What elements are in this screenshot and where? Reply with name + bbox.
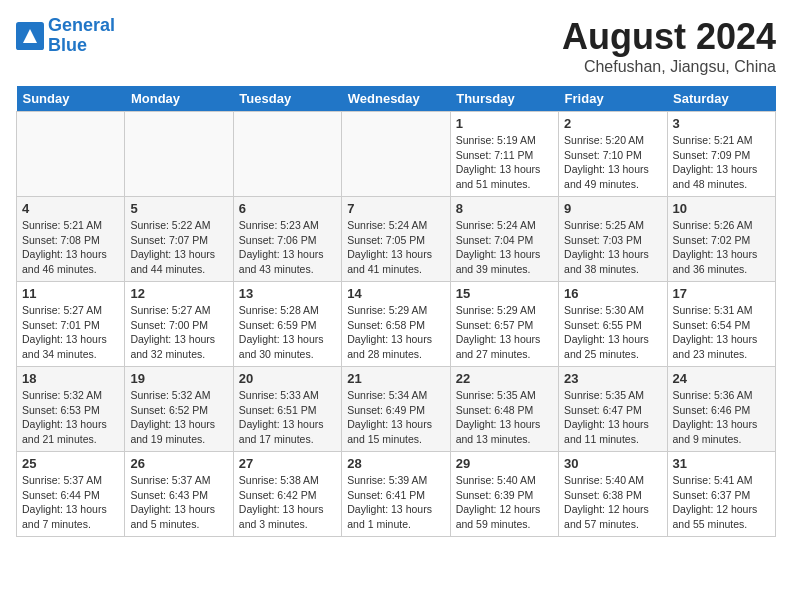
day-info: Sunrise: 5:21 AM Sunset: 7:08 PM Dayligh…: [22, 218, 119, 277]
day-number: 12: [130, 286, 227, 301]
day-number: 27: [239, 456, 336, 471]
day-cell: 16Sunrise: 5:30 AM Sunset: 6:55 PM Dayli…: [559, 282, 667, 367]
day-number: 13: [239, 286, 336, 301]
week-row-3: 11Sunrise: 5:27 AM Sunset: 7:01 PM Dayli…: [17, 282, 776, 367]
day-cell: 11Sunrise: 5:27 AM Sunset: 7:01 PM Dayli…: [17, 282, 125, 367]
logo-icon: [16, 22, 44, 50]
day-number: 29: [456, 456, 553, 471]
day-info: Sunrise: 5:24 AM Sunset: 7:05 PM Dayligh…: [347, 218, 444, 277]
day-number: 26: [130, 456, 227, 471]
page-header: General Blue August 2024 Chefushan, Jian…: [16, 16, 776, 76]
week-row-4: 18Sunrise: 5:32 AM Sunset: 6:53 PM Dayli…: [17, 367, 776, 452]
day-info: Sunrise: 5:36 AM Sunset: 6:46 PM Dayligh…: [673, 388, 770, 447]
day-number: 22: [456, 371, 553, 386]
day-cell: 24Sunrise: 5:36 AM Sunset: 6:46 PM Dayli…: [667, 367, 775, 452]
day-number: 1: [456, 116, 553, 131]
day-header-tuesday: Tuesday: [233, 86, 341, 112]
day-info: Sunrise: 5:31 AM Sunset: 6:54 PM Dayligh…: [673, 303, 770, 362]
day-info: Sunrise: 5:37 AM Sunset: 6:44 PM Dayligh…: [22, 473, 119, 532]
day-info: Sunrise: 5:21 AM Sunset: 7:09 PM Dayligh…: [673, 133, 770, 192]
day-info: Sunrise: 5:39 AM Sunset: 6:41 PM Dayligh…: [347, 473, 444, 532]
day-number: 10: [673, 201, 770, 216]
day-cell: 15Sunrise: 5:29 AM Sunset: 6:57 PM Dayli…: [450, 282, 558, 367]
day-header-saturday: Saturday: [667, 86, 775, 112]
day-number: 24: [673, 371, 770, 386]
day-number: 17: [673, 286, 770, 301]
calendar-subtitle: Chefushan, Jiangsu, China: [562, 58, 776, 76]
day-cell: 25Sunrise: 5:37 AM Sunset: 6:44 PM Dayli…: [17, 452, 125, 537]
logo-text: General Blue: [48, 16, 115, 56]
day-header-monday: Monday: [125, 86, 233, 112]
day-info: Sunrise: 5:38 AM Sunset: 6:42 PM Dayligh…: [239, 473, 336, 532]
day-cell: 27Sunrise: 5:38 AM Sunset: 6:42 PM Dayli…: [233, 452, 341, 537]
day-cell: 6Sunrise: 5:23 AM Sunset: 7:06 PM Daylig…: [233, 197, 341, 282]
day-cell: 22Sunrise: 5:35 AM Sunset: 6:48 PM Dayli…: [450, 367, 558, 452]
day-number: 30: [564, 456, 661, 471]
day-number: 15: [456, 286, 553, 301]
logo-line1: General: [48, 15, 115, 35]
day-cell: 1Sunrise: 5:19 AM Sunset: 7:11 PM Daylig…: [450, 112, 558, 197]
day-cell: 2Sunrise: 5:20 AM Sunset: 7:10 PM Daylig…: [559, 112, 667, 197]
day-cell: 12Sunrise: 5:27 AM Sunset: 7:00 PM Dayli…: [125, 282, 233, 367]
day-cell: 10Sunrise: 5:26 AM Sunset: 7:02 PM Dayli…: [667, 197, 775, 282]
day-cell: 23Sunrise: 5:35 AM Sunset: 6:47 PM Dayli…: [559, 367, 667, 452]
day-info: Sunrise: 5:40 AM Sunset: 6:38 PM Dayligh…: [564, 473, 661, 532]
day-info: Sunrise: 5:28 AM Sunset: 6:59 PM Dayligh…: [239, 303, 336, 362]
day-number: 11: [22, 286, 119, 301]
day-number: 14: [347, 286, 444, 301]
day-cell: 29Sunrise: 5:40 AM Sunset: 6:39 PM Dayli…: [450, 452, 558, 537]
logo: General Blue: [16, 16, 115, 56]
day-info: Sunrise: 5:35 AM Sunset: 6:47 PM Dayligh…: [564, 388, 661, 447]
week-row-2: 4Sunrise: 5:21 AM Sunset: 7:08 PM Daylig…: [17, 197, 776, 282]
day-number: 18: [22, 371, 119, 386]
day-info: Sunrise: 5:41 AM Sunset: 6:37 PM Dayligh…: [673, 473, 770, 532]
day-header-friday: Friday: [559, 86, 667, 112]
day-cell: [342, 112, 450, 197]
day-number: 21: [347, 371, 444, 386]
day-info: Sunrise: 5:20 AM Sunset: 7:10 PM Dayligh…: [564, 133, 661, 192]
day-info: Sunrise: 5:27 AM Sunset: 7:01 PM Dayligh…: [22, 303, 119, 362]
day-number: 8: [456, 201, 553, 216]
day-number: 28: [347, 456, 444, 471]
day-cell: 8Sunrise: 5:24 AM Sunset: 7:04 PM Daylig…: [450, 197, 558, 282]
day-info: Sunrise: 5:32 AM Sunset: 6:53 PM Dayligh…: [22, 388, 119, 447]
day-cell: [17, 112, 125, 197]
days-header-row: SundayMondayTuesdayWednesdayThursdayFrid…: [17, 86, 776, 112]
day-cell: 3Sunrise: 5:21 AM Sunset: 7:09 PM Daylig…: [667, 112, 775, 197]
day-cell: 30Sunrise: 5:40 AM Sunset: 6:38 PM Dayli…: [559, 452, 667, 537]
day-cell: 28Sunrise: 5:39 AM Sunset: 6:41 PM Dayli…: [342, 452, 450, 537]
day-number: 23: [564, 371, 661, 386]
day-info: Sunrise: 5:26 AM Sunset: 7:02 PM Dayligh…: [673, 218, 770, 277]
day-header-wednesday: Wednesday: [342, 86, 450, 112]
day-info: Sunrise: 5:40 AM Sunset: 6:39 PM Dayligh…: [456, 473, 553, 532]
day-header-thursday: Thursday: [450, 86, 558, 112]
day-cell: 14Sunrise: 5:29 AM Sunset: 6:58 PM Dayli…: [342, 282, 450, 367]
title-block: August 2024 Chefushan, Jiangsu, China: [562, 16, 776, 76]
day-info: Sunrise: 5:29 AM Sunset: 6:57 PM Dayligh…: [456, 303, 553, 362]
day-number: 6: [239, 201, 336, 216]
day-info: Sunrise: 5:29 AM Sunset: 6:58 PM Dayligh…: [347, 303, 444, 362]
day-number: 9: [564, 201, 661, 216]
day-info: Sunrise: 5:32 AM Sunset: 6:52 PM Dayligh…: [130, 388, 227, 447]
day-cell: 9Sunrise: 5:25 AM Sunset: 7:03 PM Daylig…: [559, 197, 667, 282]
day-cell: 13Sunrise: 5:28 AM Sunset: 6:59 PM Dayli…: [233, 282, 341, 367]
day-info: Sunrise: 5:24 AM Sunset: 7:04 PM Dayligh…: [456, 218, 553, 277]
day-info: Sunrise: 5:35 AM Sunset: 6:48 PM Dayligh…: [456, 388, 553, 447]
day-number: 5: [130, 201, 227, 216]
day-info: Sunrise: 5:23 AM Sunset: 7:06 PM Dayligh…: [239, 218, 336, 277]
day-number: 2: [564, 116, 661, 131]
day-info: Sunrise: 5:19 AM Sunset: 7:11 PM Dayligh…: [456, 133, 553, 192]
day-info: Sunrise: 5:37 AM Sunset: 6:43 PM Dayligh…: [130, 473, 227, 532]
day-cell: 4Sunrise: 5:21 AM Sunset: 7:08 PM Daylig…: [17, 197, 125, 282]
day-cell: [233, 112, 341, 197]
logo-line2: Blue: [48, 35, 87, 55]
day-info: Sunrise: 5:22 AM Sunset: 7:07 PM Dayligh…: [130, 218, 227, 277]
day-cell: 20Sunrise: 5:33 AM Sunset: 6:51 PM Dayli…: [233, 367, 341, 452]
week-row-1: 1Sunrise: 5:19 AM Sunset: 7:11 PM Daylig…: [17, 112, 776, 197]
day-cell: 5Sunrise: 5:22 AM Sunset: 7:07 PM Daylig…: [125, 197, 233, 282]
day-number: 25: [22, 456, 119, 471]
day-cell: 18Sunrise: 5:32 AM Sunset: 6:53 PM Dayli…: [17, 367, 125, 452]
day-info: Sunrise: 5:25 AM Sunset: 7:03 PM Dayligh…: [564, 218, 661, 277]
day-number: 20: [239, 371, 336, 386]
calendar-title: August 2024: [562, 16, 776, 58]
